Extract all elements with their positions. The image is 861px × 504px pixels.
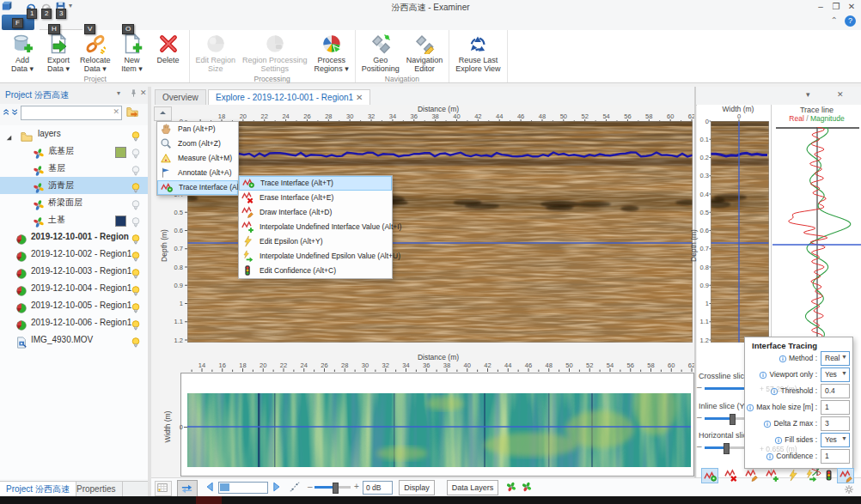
layer-pinwheel-icon[interactable]: [521, 481, 533, 493]
close-button[interactable]: ✕: [846, 1, 858, 12]
menu-item-edit-epsilon-alt-y[interactable]: Edit Epsilon (Alt+Y): [239, 234, 392, 249]
bulb-on-icon[interactable]: [130, 268, 142, 280]
gain-decrease[interactable]: –: [308, 482, 313, 491]
scroll-left-button[interactable]: [205, 481, 217, 493]
menu-item-erase-interface-alt-e[interactable]: Erase Interface (Alt+E): [239, 191, 392, 205]
gain-increase[interactable]: +: [354, 482, 359, 491]
layer-pinwheel-icon[interactable]: [505, 481, 517, 493]
bulb-off-icon[interactable]: [130, 216, 142, 228]
tree-item-桥梁面层[interactable]: 桥梁面层: [0, 194, 148, 211]
bulb-off-icon[interactable]: [130, 165, 142, 177]
bulb-on-icon[interactable]: [130, 182, 142, 194]
arrow-right-icon[interactable]: [270, 481, 282, 493]
bulb-on-icon[interactable]: [130, 337, 142, 349]
open-folder-icon[interactable]: [126, 106, 138, 118]
viewgroup-close-icon[interactable]: ✕: [837, 90, 844, 99]
expand-all-icon[interactable]: [11, 106, 21, 117]
layer-toggle-b-icon[interactable]: [521, 481, 533, 493]
crossline-canvas[interactable]: [711, 121, 769, 343]
slider-decrease[interactable]: –: [697, 412, 702, 422]
chev-down2-icon[interactable]: [11, 107, 21, 117]
delete-button[interactable]: Delete: [150, 31, 186, 74]
tool-epsilon-button[interactable]: [785, 468, 802, 483]
navigation-editor-button[interactable]: NavigationEditor: [403, 31, 447, 74]
tree-item-2019-12-10-002-region1[interactable]: 2019-12-10-002 - Region1: [0, 246, 148, 263]
dropdown-arrow-icon[interactable]: ▼: [841, 354, 847, 360]
menu-item-pan-alt-p[interactable]: Pan (Alt+P): [157, 122, 238, 137]
tool-trace-draw-button[interactable]: [837, 468, 854, 483]
tool-epsilon-interpolate-button[interactable]: [803, 468, 820, 483]
tool-trace-button[interactable]: [701, 468, 718, 483]
tab-explore[interactable]: Explore - 2019-12-10-001 - Region1 ✕: [208, 89, 370, 106]
grid-select-button[interactable]: [155, 481, 172, 496]
tab-overview[interactable]: Overview: [155, 89, 206, 106]
slider-decrease[interactable]: –: [697, 441, 702, 451]
search-input[interactable]: ✕: [21, 106, 122, 120]
dropdown-arrow-icon[interactable]: ▼: [841, 370, 847, 376]
tree-item-2019-12-10-003-region1[interactable]: 2019-12-10-003 - Region1: [0, 263, 148, 280]
minimize-button[interactable]: –: [815, 1, 827, 12]
pin-icon[interactable]: [129, 88, 138, 98]
it-input-confidence[interactable]: 1: [821, 449, 850, 464]
caret-expanded-icon[interactable]: [4, 133, 14, 143]
panel-close-icon[interactable]: ✕: [140, 88, 147, 97]
menu-item-trace-interface-alt-t[interactable]: Trace Interface (Alt+T): [157, 180, 238, 195]
new-item-button[interactable]: NewItem ▾: [114, 31, 150, 74]
tree-item-底基层[interactable]: 底基层: [0, 143, 148, 160]
bulb-on-icon[interactable]: [130, 285, 142, 297]
help-icon[interactable]: ?: [845, 15, 856, 27]
bulb-on-icon[interactable]: [130, 319, 142, 331]
menu-item-trace-interface-alt-t[interactable]: Trace Interface (Alt+T): [239, 176, 392, 191]
menu-item-zoom-alt-z[interactable]: Zoom (Alt+Z): [157, 137, 238, 151]
gain-curve-icon[interactable]: [289, 481, 301, 493]
relocate-data-button[interactable]: RelocateData ▾: [76, 31, 114, 74]
clear-search-icon[interactable]: ✕: [113, 107, 119, 116]
swap-view-button[interactable]: [177, 480, 198, 497]
viewgroup-dropdown-icon[interactable]: ▾: [806, 90, 810, 99]
tree-item-2019-12-10-006-region1[interactable]: 2019-12-10-006 - Region1: [0, 314, 148, 331]
data-layers-button[interactable]: Data Layers: [447, 480, 498, 495]
gain-db-input[interactable]: 0 dB: [363, 481, 393, 495]
gain-curve-icon[interactable]: [289, 481, 301, 493]
it-input-max-hole-size-m[interactable]: 1: [821, 400, 850, 415]
scroll-right-button[interactable]: [270, 481, 282, 493]
position-scrollbar[interactable]: [218, 482, 268, 494]
geo-positioning-button[interactable]: GeoPositioning: [358, 31, 403, 74]
bulb-on-icon[interactable]: [130, 302, 142, 314]
menu-item-measure-alt-m[interactable]: Measure (Alt+M): [157, 151, 238, 166]
settings-gear-icon[interactable]: [844, 484, 854, 495]
it-select-method[interactable]: Real▼: [821, 351, 850, 366]
panel-dropdown-icon[interactable]: ▾: [117, 89, 120, 97]
gear-icon[interactable]: [844, 484, 854, 495]
tree-item-基层[interactable]: 基层: [0, 160, 148, 177]
scrollbar-thumb[interactable]: [220, 483, 229, 491]
menu-item-edit-confidence-alt-c[interactable]: Edit Confidence (Alt+C): [239, 264, 392, 278]
tree-item-土基[interactable]: 土基: [0, 211, 148, 228]
collapse-ribbon-icon[interactable]: ⌃: [831, 15, 838, 25]
gain-slider-handle[interactable]: [333, 483, 339, 494]
bulb-on-icon[interactable]: [130, 234, 142, 246]
tab-close-icon[interactable]: ✕: [356, 93, 363, 102]
dropdown-arrow-icon[interactable]: ▼: [841, 435, 847, 441]
bulb-on-icon[interactable]: [130, 251, 142, 263]
color-swatch[interactable]: [115, 216, 126, 227]
menu-item-interpolate-undefined-epsilon-value-alt-u[interactable]: Interpolate Undefined Epsilon Value (Alt…: [239, 249, 392, 264]
tool-confidence-button[interactable]: [821, 468, 838, 483]
reuse-last-explore-view-button[interactable]: Reuse LastExplore View: [452, 31, 504, 74]
open-folder-icon[interactable]: [126, 106, 138, 118]
tool-trace-erase-button[interactable]: [723, 468, 740, 483]
plan-slice-canvas[interactable]: [187, 393, 691, 467]
bulb-on-icon[interactable]: [130, 131, 142, 143]
color-swatch[interactable]: [115, 147, 126, 158]
sidebar-splitter[interactable]: [148, 87, 151, 496]
layer-toggle-a-icon[interactable]: [505, 481, 517, 493]
tree-item-2019-12-10-004-region1[interactable]: 2019-12-10-004 - Region1: [0, 280, 148, 297]
slider-handle-inline-slice-y[interactable]: [730, 414, 736, 425]
visibility-bulb[interactable]: [130, 334, 142, 351]
slider-decrease[interactable]: –: [697, 382, 702, 392]
menu-item-annotate-alt-a[interactable]: Annotate (Alt+A): [157, 166, 238, 180]
tree-item-layers[interactable]: layers: [0, 125, 148, 143]
tab-properties[interactable]: Properties: [70, 482, 123, 496]
process-regions-button[interactable]: ProcessRegions ▾: [311, 31, 352, 74]
tool-trace-draw-button[interactable]: [743, 468, 760, 483]
